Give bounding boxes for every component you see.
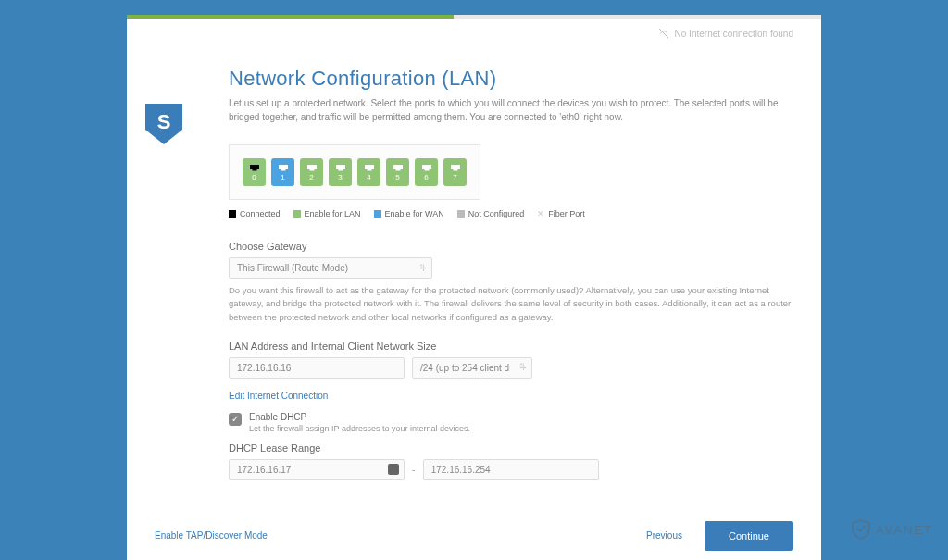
port-number: 7 [453,173,456,181]
dhcp-enable-label: Enable DHCP [249,412,470,422]
ethernet-icon [335,163,346,172]
brand-logo-icon: S [145,104,182,146]
ethernet-icon [421,163,432,172]
lan-label: LAN Address and Internal Client Network … [229,341,793,352]
ethernet-icon [364,163,375,172]
subnet-select[interactable]: /24 (up to 254 client devices) [412,357,532,379]
previous-button[interactable]: Previous [646,530,682,541]
watermark: AVANET [852,519,933,540]
continue-button[interactable]: Continue [705,521,793,551]
port-number: 4 [367,173,370,181]
ethernet-icon [450,163,461,172]
ethernet-icon [278,163,289,172]
port-number: 5 [395,173,399,181]
dhcp-range-row: - [229,459,793,480]
no-internet-text: No Internet connection found [675,29,793,39]
legend-lan: Enable for LAN [293,209,361,218]
port-1[interactable]: 1 [271,158,294,186]
subnet-select-wrap: /24 (up to 254 client devices) [412,357,532,379]
dhcp-enable-checkbox[interactable]: ✓ [229,413,242,426]
port-number: 1 [281,173,284,181]
legend-fiber: ✕Fiber Port [537,209,585,218]
main-content: S Network Configuration (LAN) Let us set… [127,67,821,499]
wizard-container: No Internet connection found S Network C… [127,15,821,560]
gateway-label: Choose Gateway [229,241,793,252]
port-number: 6 [424,173,428,181]
port-number: 0 [252,173,256,181]
port-5[interactable]: 5 [386,158,409,186]
ports-legend: Connected Enable for LAN Enable for WAN … [229,209,793,218]
dhcp-start-input[interactable] [229,459,405,480]
port-4[interactable]: 4 [357,158,380,186]
port-3[interactable]: 3 [329,158,352,186]
watermark-shield-icon [852,519,870,540]
dhcp-end-input[interactable] [423,459,599,480]
wizard-footer: Enable TAP/Discover Mode Previous Contin… [127,521,821,560]
ethernet-icon [306,163,318,172]
gateway-help: Do you want this firewall to act as the … [229,284,793,324]
top-status: No Internet connection found [127,19,821,39]
dhcp-range-label: DHCP Lease Range [229,442,793,454]
page-title: Network Configuration (LAN) [229,67,793,91]
port-0[interactable]: 0 [243,158,266,186]
watermark-text: AVANET [876,523,933,537]
gateway-select-wrap: This Firewall (Route Mode) [229,257,432,279]
ports-container: 01234567 [229,144,480,200]
gateway-select[interactable]: This Firewall (Route Mode) [229,257,432,279]
tap-mode-link[interactable]: Enable TAP/Discover Mode [155,530,268,541]
legend-not-configured: Not Configured [457,209,525,218]
dhcp-enable-row: ✓ Enable DHCP Let the firewall assign IP… [229,412,793,433]
svg-text:S: S [157,110,171,133]
port-6[interactable]: 6 [415,158,438,186]
port-number: 2 [309,173,313,181]
ethernet-icon [393,163,404,172]
legend-wan: Enable for WAN [374,209,444,218]
lan-row: /24 (up to 254 client devices) [229,357,793,379]
port-2[interactable]: 2 [300,158,323,186]
range-dash: - [412,464,416,475]
dhcp-enable-desc: Let the firewall assign IP addresses to … [249,424,470,433]
legend-connected: Connected [229,209,281,218]
dhcp-start-wrap [229,459,405,480]
page-subtitle: Let us set up a protected network. Selec… [229,96,793,124]
ethernet-icon [249,163,260,172]
lan-address-input[interactable] [229,357,405,379]
port-number: 3 [338,173,342,181]
ip-picker-icon[interactable] [388,464,399,475]
no-internet-icon [658,28,669,39]
port-7[interactable]: 7 [443,158,467,186]
edit-internet-link[interactable]: Edit Internet Connection [229,391,328,401]
